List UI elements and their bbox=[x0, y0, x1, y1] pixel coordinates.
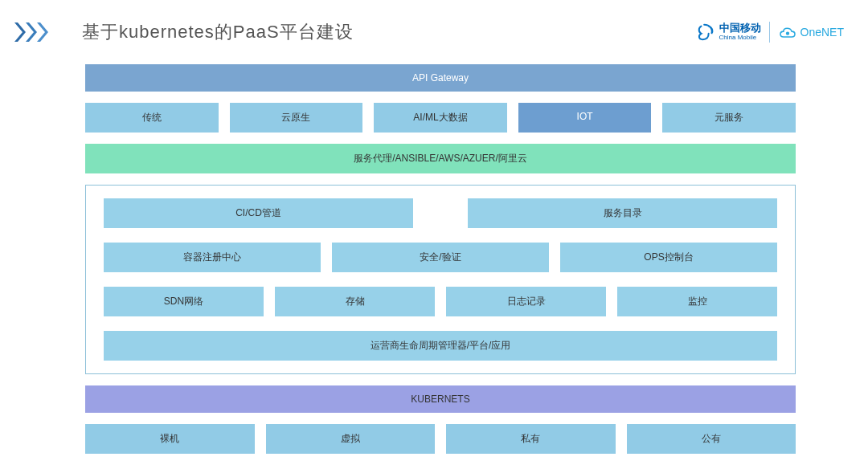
box-security-auth: 安全/验证 bbox=[332, 243, 549, 272]
box-sdn-network: SDN网络 bbox=[104, 287, 264, 316]
box-kubernetes: KUBERNETS bbox=[85, 385, 796, 413]
box-ops-console: OPS控制台 bbox=[560, 243, 777, 272]
box-private: 私有 bbox=[446, 424, 616, 454]
china-mobile-sublabel: China Mobile bbox=[719, 35, 761, 42]
china-mobile-icon bbox=[697, 23, 714, 41]
chevrons-icon bbox=[14, 22, 50, 42]
china-mobile-label: 中国移动 bbox=[719, 22, 761, 34]
logo-area: 中国移动 China Mobile OneNET bbox=[697, 22, 844, 43]
box-ai-ml-bigdata: AI/ML大数据 bbox=[374, 103, 507, 133]
box-iot: IOT bbox=[518, 103, 652, 133]
box-service-proxy: 服务代理/ANSIBLE/AWS/AZUER/阿里云 bbox=[85, 144, 796, 173]
box-traditional: 传统 bbox=[85, 103, 219, 133]
box-service-catalog: 服务目录 bbox=[468, 198, 777, 228]
logo-divider bbox=[769, 22, 770, 43]
onenet-label: OneNET bbox=[800, 26, 844, 39]
box-container-registry: 容器注册中心 bbox=[104, 243, 321, 272]
box-bare-metal: 裸机 bbox=[85, 424, 255, 454]
box-logging: 日志记录 bbox=[446, 287, 606, 316]
box-microservice: 元服务 bbox=[662, 103, 796, 133]
onenet-logo: OneNET bbox=[778, 26, 844, 39]
cloud-icon bbox=[778, 26, 797, 39]
box-public: 公有 bbox=[627, 424, 796, 454]
architecture-diagram: API Gateway 传统 云原生 AI/ML大数据 IOT 元服务 服务代理… bbox=[0, 48, 868, 454]
page-title: 基于kubernetes的PaaS平台建设 bbox=[82, 20, 354, 44]
box-storage: 存储 bbox=[275, 287, 435, 316]
box-lifecycle-manager: 运营商生命周期管理器/平台/应用 bbox=[104, 331, 777, 361]
box-cloud-native: 云原生 bbox=[230, 103, 363, 133]
box-monitoring: 监控 bbox=[617, 287, 777, 316]
middle-container: CI/CD管道 服务目录 容器注册中心 安全/验证 OPS控制台 SDN网络 存… bbox=[85, 185, 796, 374]
china-mobile-logo: 中国移动 China Mobile bbox=[697, 22, 761, 41]
box-cicd-pipeline: CI/CD管道 bbox=[104, 198, 413, 228]
box-api-gateway: API Gateway bbox=[85, 64, 796, 92]
svg-point-0 bbox=[785, 32, 788, 35]
spacer bbox=[424, 198, 457, 228]
slide-header: 基于kubernetes的PaaS平台建设 中国移动 China Mobile … bbox=[0, 0, 868, 48]
box-virtual: 虚拟 bbox=[266, 424, 436, 454]
